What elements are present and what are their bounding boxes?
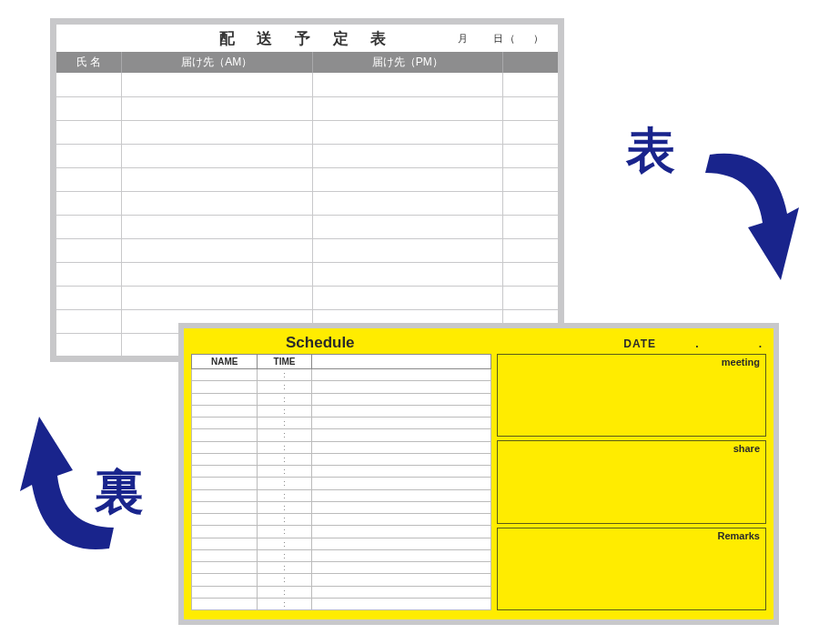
col-am: 届け先（AM） [122,52,312,73]
table-row: : [192,466,491,478]
table-row: : [192,369,491,381]
label-meeting: meeting [722,357,760,367]
table-row [56,73,558,96]
table-row [56,215,558,238]
table-row: : [192,526,491,538]
section-share: share [497,440,766,523]
table-row: : [192,405,491,417]
front-date-labels: 月 日（ ） [458,32,545,45]
section-meeting: meeting [497,354,766,437]
back-col-name: NAME [192,355,258,369]
section-remarks: Remarks [497,528,766,610]
table-row: : [192,441,491,453]
front-schedule-board: 配 送 予 定 表 月 日（ ） 氏 名 届け先（AM） 届け先（PM） [50,18,564,362]
arrow-front-icon [701,136,801,282]
table-row [56,167,558,191]
table-row [56,238,558,262]
table-row: : [192,478,491,489]
table-row: : [192,586,491,598]
table-row: : [192,501,491,513]
front-table: 氏 名 届け先（AM） 届け先（PM） [56,52,558,357]
front-badge: 表 [626,118,675,185]
col-blank [502,52,558,73]
table-row: : [192,489,491,501]
table-row: : [192,453,491,465]
label-share: share [733,443,760,454]
back-table-area: NAME TIME :::::::::::::::::::: [191,354,491,610]
back-date-label: DATE . . [623,337,763,352]
table-row: : [192,418,491,429]
arrow-back-icon [14,398,123,567]
table-row: : [192,549,491,561]
table-row: : [192,562,491,574]
table-row: : [192,514,491,526]
col-name: 氏 名 [56,52,122,73]
table-row: : [192,538,491,549]
table-row [56,120,558,144]
table-row: : [192,393,491,405]
table-row: : [192,429,491,441]
col-pm: 届け先（PM） [312,52,502,73]
table-row: : [192,574,491,586]
table-row [56,286,558,309]
table-row [56,96,558,120]
back-col-time: TIME [258,355,311,369]
label-remarks: Remarks [718,530,760,541]
table-row [56,191,558,215]
back-schedule-board: Schedule DATE . . NAME TIME ::::::::::::… [178,323,779,625]
table-row: : [192,598,491,609]
table-row [56,144,558,167]
table-row: : [192,381,491,393]
back-col-task [311,355,490,369]
table-row [56,262,558,286]
back-title: Schedule [286,334,355,352]
